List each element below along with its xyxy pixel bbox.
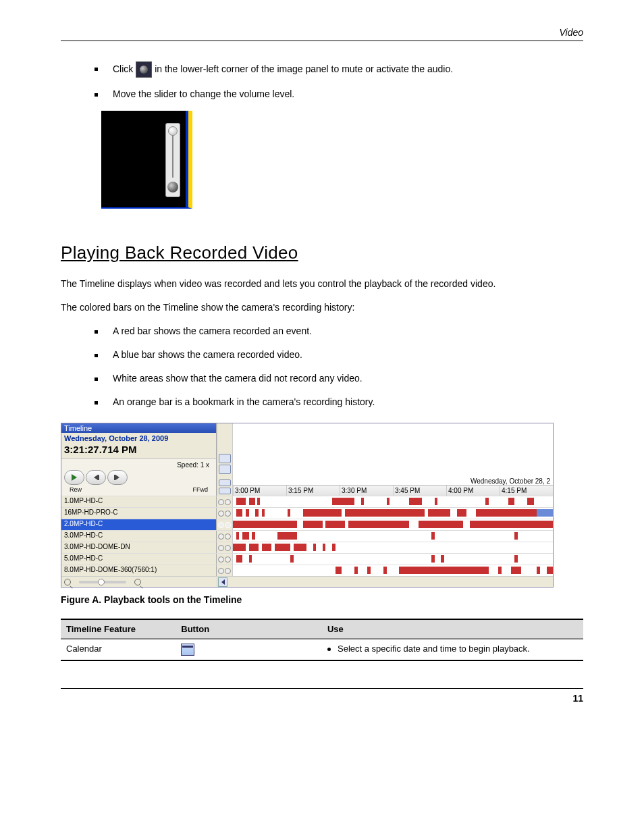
row-step-icons[interactable]	[217, 542, 233, 553]
row-step-icons[interactable]	[217, 531, 233, 542]
page-number: 11	[61, 688, 583, 704]
step-back-button[interactable]	[86, 470, 106, 485]
time-tick: 4:00 PM	[446, 486, 500, 496]
row-track[interactable]	[233, 554, 553, 565]
camera-label: 8.0MP-HD-DOME-360(7560:1)	[61, 565, 217, 576]
time-ruler[interactable]: 3:00 PM3:15 PM3:30 PM3:45 PM4:00 PM4:15 …	[233, 485, 553, 496]
recording-segment	[457, 509, 466, 517]
th-button: Button	[176, 619, 322, 639]
figure-caption: Figure A. Playback tools on the Timeline	[61, 594, 583, 605]
timeline-row[interactable]: 8.0MP-HD-DOME-360(7560:1)	[61, 565, 553, 576]
recording-segment	[428, 509, 450, 517]
calendar-mini-icon[interactable]	[219, 454, 231, 463]
time-tick: 3:15 PM	[286, 486, 340, 496]
zoom-in-icon[interactable]	[134, 579, 141, 585]
step-forward-button[interactable]	[107, 470, 128, 485]
play-button[interactable]	[64, 470, 84, 485]
recording-segment	[242, 532, 248, 540]
row-step-icons[interactable]	[217, 496, 233, 507]
bullet-text: Move the slider to change the volume lev…	[113, 87, 583, 101]
square-bullet	[95, 93, 98, 97]
recording-segment	[348, 521, 409, 528]
row-track[interactable]	[233, 508, 553, 519]
row-step-icons[interactable]	[217, 565, 233, 576]
legend-text: A blue bar shows the camera recorded vid…	[113, 348, 583, 362]
legend-item: A blue bar shows the camera recorded vid…	[95, 348, 583, 362]
cell-use: Select a specific date and time to begin…	[322, 639, 583, 660]
recording-segment	[537, 509, 553, 517]
cell-button	[176, 639, 322, 660]
row-track[interactable]	[233, 531, 553, 542]
camera-label: 5.0MP-HD-C	[61, 554, 217, 565]
recording-segment	[354, 567, 358, 574]
recording-segment	[249, 544, 259, 551]
timeline-row[interactable]: 5.0MP-HD-C	[61, 553, 553, 565]
time-tick: 3:00 PM	[233, 486, 286, 496]
recording-segment	[236, 532, 240, 540]
th-feature: Timeline Feature	[61, 619, 176, 639]
square-bullet	[95, 354, 98, 357]
recording-segment	[345, 509, 409, 517]
step-icon[interactable]	[219, 479, 231, 486]
recording-segment	[233, 521, 297, 528]
recording-segment	[409, 509, 425, 517]
step-icon[interactable]	[219, 488, 231, 494]
zoom-out-icon[interactable]	[64, 579, 71, 585]
recording-segment	[435, 498, 438, 505]
time-tick: 3:30 PM	[340, 486, 393, 496]
recording-segment	[470, 521, 553, 528]
camera-label: 2.0MP-HD-C	[61, 519, 217, 530]
intro-bullets: Click in the lower-left corner of the im…	[95, 61, 583, 101]
row-step-icons[interactable]	[217, 508, 233, 519]
row-step-icons[interactable]	[217, 519, 233, 530]
legend-item: A red bar shows the camera recorded an e…	[95, 324, 583, 338]
use-text: Select a specific date and time to begin…	[338, 644, 530, 654]
scroll-left-button[interactable]	[218, 577, 227, 587]
camera-label: 16MP-HD-PRO-C	[61, 508, 217, 519]
recording-segment	[290, 555, 294, 563]
recording-segment	[303, 521, 322, 528]
recording-segment	[527, 498, 533, 505]
row-track[interactable]	[233, 565, 553, 576]
calendar-icon	[181, 644, 194, 656]
recording-segment	[325, 521, 344, 528]
row-track[interactable]	[233, 542, 553, 553]
row-step-icons[interactable]	[217, 554, 233, 565]
step-forward-icon	[115, 475, 119, 480]
timeline-row[interactable]: 16MP-HD-PRO-C	[61, 507, 553, 519]
slider-track	[165, 123, 180, 197]
square-bullet	[95, 401, 98, 405]
square-bullet	[95, 68, 98, 71]
table-row: Calendar Select a specific date and time…	[61, 639, 583, 660]
timeline-row[interactable]: 3.0MP-HD-DOME-DN	[61, 542, 553, 553]
refresh-mini-icon[interactable]	[219, 465, 231, 474]
timeline-zoom-bar	[61, 576, 553, 587]
bullet-item: Move the slider to change the volume lev…	[95, 87, 583, 101]
row-track[interactable]	[233, 519, 553, 530]
camera-label: 3.0MP-HD-DOME-DN	[61, 542, 217, 553]
recording-segment	[233, 544, 246, 551]
timeline-current-date: Wednesday, October 28, 2009	[61, 433, 216, 444]
volume-icon	[136, 61, 152, 78]
timeline-row[interactable]: 3.0MP-HD-C	[61, 530, 553, 542]
recording-segment	[431, 532, 435, 540]
playback-controls: Speed: 1 x Rew FFwd	[61, 458, 216, 496]
camera-label: 1.0MP-HD-C	[61, 496, 217, 507]
timeline-row[interactable]: 1.0MP-HD-C	[61, 496, 553, 507]
recording-segment	[329, 509, 342, 517]
recording-segment	[383, 567, 387, 574]
timeline-row[interactable]: 2.0MP-HD-C	[61, 519, 553, 530]
recording-segment	[511, 567, 520, 574]
row-track[interactable]	[233, 496, 553, 507]
recording-segment	[275, 544, 291, 551]
text: Click	[113, 63, 136, 74]
recording-segment	[288, 509, 291, 517]
page-header-section: Video	[61, 27, 583, 41]
recording-segment	[498, 567, 502, 574]
recording-segment	[249, 498, 255, 505]
square-bullet	[95, 377, 98, 381]
recording-segment	[323, 544, 326, 551]
recording-segment	[409, 498, 422, 505]
zoom-slider[interactable]	[79, 581, 126, 583]
speed-label: Speed: 1 x	[64, 461, 213, 469]
